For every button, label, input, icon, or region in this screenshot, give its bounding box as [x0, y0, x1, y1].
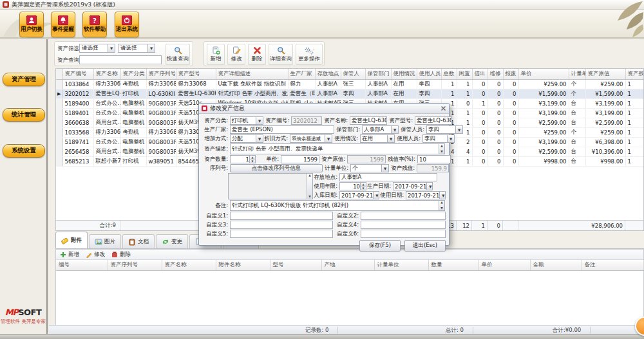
chevron-down-icon[interactable]: ▼ [391, 126, 398, 133]
sub-column-header-5[interactable]: 产地 [321, 260, 374, 271]
new-button[interactable]: 新增 [207, 44, 225, 65]
table-row[interactable]: 1033864得力33068考勤机得力33068得力33068U盘下载 免软件版… [56, 80, 643, 89]
column-header-2[interactable]: 资产分类 [120, 69, 146, 80]
stepper-arrows[interactable]: ▲▼ [249, 156, 255, 163]
note-textarea[interactable]: 针式打印机 LQ-630K升级版 针式打印机 (82列) ▲▼ [230, 200, 445, 211]
asset-desc-textarea[interactable]: 针式打印 色带 小型商用、发票快递单 ▲▼ [230, 143, 445, 154]
asset-category-combo[interactable]: 打印机▼ [230, 116, 263, 125]
chevron-down-icon[interactable]: ▼ [256, 117, 263, 124]
asset-query-input[interactable] [79, 55, 162, 64]
sidebar-item-asset-management[interactable]: 资产管理 [3, 73, 45, 86]
tab-document[interactable]: 文档 [122, 234, 155, 248]
chevron-down-icon[interactable]: ▼ [387, 135, 394, 142]
chevron-down-icon[interactable]: ▼ [447, 135, 454, 142]
keeper-combo[interactable]: 李四▼ [426, 125, 463, 134]
modify-button[interactable]: 修改 [227, 44, 245, 65]
save-button[interactable]: 保存(F5) [359, 240, 401, 252]
detail-delete-button[interactable]: 删除 [111, 251, 131, 259]
column-header-13[interactable]: 闲置 [457, 69, 472, 80]
in-date-picker[interactable]: 2017-09-21▼ [339, 191, 379, 199]
column-header-14[interactable]: 借出 [472, 69, 488, 80]
add-mode-combo[interactable]: 分配▼ [230, 134, 263, 143]
chevron-down-icon[interactable]: ▼ [108, 44, 115, 52]
column-header-10[interactable]: 使用情况 [391, 69, 417, 80]
sub-column-header-7[interactable]: 数量 [428, 260, 478, 271]
detail-modify-button[interactable]: 修改 [86, 251, 105, 259]
column-header-9[interactable]: 保管部门 [365, 69, 391, 80]
sub-column-header-3[interactable]: 附件名称 [216, 260, 270, 271]
chevron-down-icon[interactable]: ▼ [439, 192, 446, 199]
detail-query-button[interactable]: 详细查询 [269, 44, 293, 65]
custom2-field[interactable] [361, 212, 446, 220]
chevron-down-icon[interactable]: ▼ [147, 44, 155, 52]
qty-stepper[interactable]: 1▲▼ [230, 155, 256, 163]
column-header-6[interactable]: 生产厂家 [288, 69, 315, 80]
column-header-0[interactable]: 资产编号 [62, 69, 93, 80]
chevron-down-icon[interactable]: ▼ [381, 165, 388, 172]
tab-attachment[interactable]: 附件 [55, 232, 88, 248]
sub-column-header-8[interactable]: 单价 [478, 260, 530, 271]
sidebar-item-statistics-management[interactable]: 统计管理 [3, 108, 45, 122]
delete-button[interactable]: 删除 [248, 44, 266, 65]
manufacturer-field[interactable]: 爱普生 (EPSON) [230, 125, 334, 134]
event-reminder-button[interactable]: 事件提醒 [51, 12, 75, 37]
column-header-20[interactable]: 资产残值率 [625, 69, 643, 80]
column-header-16[interactable]: 报废 [503, 69, 518, 80]
chevron-down-icon[interactable]: ▼ [256, 135, 263, 142]
table-row[interactable]: ▶3202012爱普生LQ-...打印机LQ-630KII爱普生LQ-630KI… [56, 89, 643, 99]
chevron-down-icon[interactable]: ▼ [455, 126, 462, 133]
exit-system-button[interactable]: 退出系统 [115, 12, 139, 37]
unit-combo[interactable]: 个▼ [350, 164, 389, 172]
sub-column-header-10[interactable]: 备注 [582, 260, 643, 271]
sub-column-header-6[interactable]: 计量单位 [374, 260, 428, 271]
chevron-down-icon[interactable]: ▼ [373, 192, 379, 199]
sub-column-header-0[interactable]: 编号 [56, 260, 108, 271]
custom6-field[interactable] [361, 230, 446, 238]
asset-filter-select-1[interactable]: 请选择 ▼ [79, 44, 115, 53]
dept-combo[interactable]: 人事部A▼ [362, 125, 399, 134]
quick-query-button[interactable]: 快速查询 [166, 44, 190, 65]
depreciation-combo[interactable]: 双倍余额递减▼ [290, 134, 332, 143]
custom1-field[interactable] [230, 212, 333, 220]
years-stepper[interactable]: 10▲▼ [339, 182, 366, 190]
software-help-button[interactable]: ? 软件帮助 [82, 12, 107, 37]
column-header-4[interactable]: 资产型号 [176, 69, 216, 80]
residual-rate-field[interactable]: 10 [417, 155, 451, 163]
prod-date-picker[interactable]: 2017-09-21▼ [393, 182, 433, 190]
textarea-scroll-arrows[interactable]: ▲▼ [307, 174, 312, 199]
column-header-17[interactable]: 单价 [518, 69, 569, 80]
column-header-7[interactable]: 存放地点 [315, 69, 341, 80]
tab-change[interactable]: 变更 [156, 234, 188, 248]
detail-new-button[interactable]: 新增 [60, 251, 79, 259]
exit-button[interactable]: 退出(Esc) [404, 240, 446, 252]
stepper-arrows[interactable]: ▲▼ [360, 183, 366, 190]
column-header-1[interactable]: 资产名称 [93, 69, 120, 80]
custom3-field[interactable] [230, 221, 333, 229]
usage-combo[interactable]: 在用▼ [360, 134, 395, 143]
custom4-field[interactable] [361, 221, 446, 229]
asset-filter-select-2[interactable]: 请选择 ▼ [118, 44, 155, 53]
column-header-5[interactable]: 资产详细描述 [216, 69, 288, 80]
asset-name-field[interactable]: 爱普生LQ-630KII [350, 116, 387, 125]
column-header-19[interactable]: 资产原值 [585, 69, 625, 80]
use-date-picker[interactable]: 2017-09-21▼ [406, 191, 446, 199]
price-field[interactable]: 1599 [281, 155, 319, 163]
serial-edit-button[interactable]: 点击修改序列号信息 [230, 164, 323, 172]
more-actions-button[interactable]: ▾ 更多操作 [296, 44, 323, 65]
column-header-8[interactable]: 保管人 [341, 69, 365, 80]
user-combo[interactable]: 李四▼ [422, 134, 455, 143]
tab-image[interactable]: 图片 [89, 234, 121, 248]
close-icon[interactable] [440, 105, 446, 111]
asset-model-field[interactable]: 爱普生LQ-630KII [415, 116, 452, 125]
custom5-field[interactable] [230, 230, 333, 238]
sub-column-header-2[interactable]: 资产名称 [162, 260, 216, 271]
textarea-scroll-arrows[interactable]: ▲▼ [439, 144, 444, 154]
column-header-3[interactable]: 资产序列号 [146, 69, 176, 80]
column-header-18[interactable]: 计量单位 [569, 69, 585, 80]
chevron-down-icon[interactable]: ▼ [325, 135, 332, 142]
column-header-15[interactable]: 维修 [488, 69, 503, 80]
sub-column-header-4[interactable]: 型号 [270, 260, 321, 271]
sidebar-item-system-settings[interactable]: 系统设置 [3, 144, 45, 158]
sub-column-header-9[interactable]: 金额 [530, 260, 582, 271]
location-field[interactable]: 人事部A [339, 173, 437, 181]
